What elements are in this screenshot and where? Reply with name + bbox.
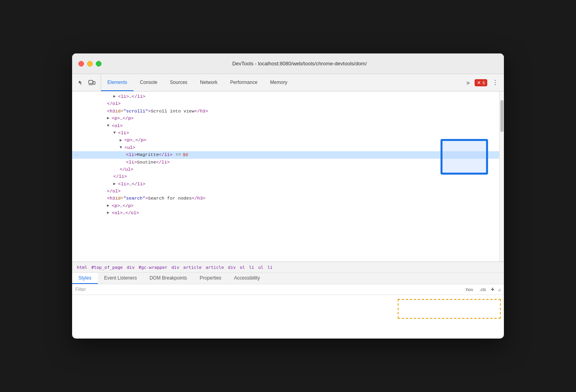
title-bar: DevTools - localhost:8080/web/tools/chro… [72,53,504,74]
breadcrumb-ol[interactable]: ol [238,265,246,270]
dom-line[interactable]: ▼ <ol> [72,122,504,129]
tab-dom-breakpoints[interactable]: DOM Breakpoints [143,273,193,284]
expand-icon[interactable]: ▶ [107,203,112,209]
tab-performance[interactable]: Performance [224,74,264,91]
breadcrumb-top[interactable]: #top_of_page [90,265,124,270]
tab-properties[interactable]: Properties [193,273,228,284]
hov-button[interactable]: :hov [463,286,475,293]
tab-network[interactable]: Network [194,74,224,91]
dom-line[interactable]: ▶ <p>…</p> [72,115,504,122]
expand-icon[interactable]: ▶ [120,137,124,144]
breadcrumb-div3[interactable]: div [226,265,237,270]
error-x-icon: ✕ [477,80,481,86]
tab-sources[interactable]: Sources [164,74,194,91]
minimize-button[interactable] [87,61,93,67]
breadcrumb-article1[interactable]: article [182,265,203,270]
maximize-button[interactable] [96,61,101,67]
dom-line-soutine[interactable]: <li>Soutine</li> [72,159,504,166]
line-dots: … [72,152,82,158]
dom-line[interactable]: <h3 id="search">Search for nodes</h3> [72,195,504,202]
tab-styles[interactable]: Styles [72,273,98,284]
error-count: 6 [483,80,485,85]
dom-line[interactable]: </ul> [72,166,504,173]
main-tabs: Elements Console Sources Network Perform… [101,74,461,91]
more-tabs-button[interactable]: » [465,78,471,88]
filter-input[interactable] [75,287,460,292]
breadcrumb-li1[interactable]: li [247,265,256,270]
collapse-icon[interactable]: ▼ [113,130,118,136]
styles-panel: :hov .cls + ⊿ [72,284,504,320]
collapse-icon[interactable]: ▼ [120,145,124,151]
dom-line[interactable]: ▼ <li> [72,129,504,137]
collapse-icon[interactable]: ▼ [107,123,112,129]
dom-line-magritte[interactable]: … <li>Magritte</li> == $0 [72,151,504,158]
filter-bar: :hov .cls + ⊿ [72,284,504,295]
svg-rect-1 [93,82,95,84]
breadcrumb-bar: html #top_of_page div #gc-wrapper div ar… [72,262,504,273]
device-icon[interactable] [88,79,96,87]
breadcrumb-html[interactable]: html [75,265,89,270]
dom-line[interactable]: ▶ <li>…</li> [72,93,504,100]
breadcrumb-ul[interactable]: ul [257,265,265,270]
tab-memory[interactable]: Memory [264,74,294,91]
tab-elements[interactable]: Elements [101,74,134,91]
dom-line[interactable]: ▼ <ul> [72,144,504,151]
bottom-tabs: Styles Event Listeners DOM Breakpoints P… [72,273,504,284]
inspect-icon[interactable] [77,79,85,87]
breadcrumb-article2[interactable]: article [204,265,225,270]
settings-icon[interactable]: ⋮ [490,77,500,88]
dom-line[interactable]: </li> [72,173,504,180]
toolbar-right: » ✕ 6 ⋮ [461,74,504,91]
add-style-button[interactable]: + [491,286,494,293]
window-title: DevTools - localhost:8080/web/tools/chro… [101,61,498,67]
tab-console[interactable]: Console [134,74,164,91]
dom-line[interactable]: ▶ <ol>…</ol> [72,209,504,217]
scroll-thumb[interactable] [500,100,504,132]
dom-line[interactable]: </ol> [72,188,504,195]
breadcrumb-div1[interactable]: div [125,265,136,270]
toolbar: Elements Console Sources Network Perform… [72,74,504,91]
styles-content [72,295,504,320]
expand-icon[interactable]: ▶ [107,210,112,216]
dom-panel[interactable]: ▶ <li>…</li> </ol> <h3 id="scroll1">Scro… [72,91,504,262]
dom-line[interactable]: ▶ <p>…</p> [72,202,504,209]
dashed-indicator [398,299,501,319]
error-badge[interactable]: ✕ 6 [475,79,487,86]
dom-line[interactable]: ▶ <p>…</p> [72,137,504,144]
dom-line[interactable]: <h3 id="scroll1">Scroll into view</h3> [72,108,504,115]
close-button[interactable] [78,61,84,67]
expand-icon[interactable]: ▶ [113,181,118,187]
breadcrumb-li2[interactable]: li [266,265,274,270]
tab-event-listeners[interactable]: Event Listeners [98,273,143,284]
tab-accessibility[interactable]: Accessibility [228,273,266,284]
cls-button[interactable]: .cls [478,286,488,293]
adjust-icon[interactable]: ⊿ [498,287,501,292]
svg-rect-0 [89,80,93,84]
breadcrumb-div2[interactable]: div [170,265,181,270]
expand-icon[interactable]: ▶ [107,115,112,122]
dom-line[interactable]: ▶ <li>…</li> [72,181,504,188]
expand-icon[interactable]: ▶ [113,93,118,100]
dom-line[interactable]: </ol> [72,100,504,107]
breadcrumb-gcwrapper[interactable]: #gc-wrapper [137,265,169,270]
toolbar-icons [72,74,101,91]
traffic-lights [78,61,101,67]
scrollbar[interactable] [499,91,504,261]
devtools-window: DevTools - localhost:8080/web/tools/chro… [72,53,504,339]
bottom-panel: Styles Event Listeners DOM Breakpoints P… [72,273,504,320]
